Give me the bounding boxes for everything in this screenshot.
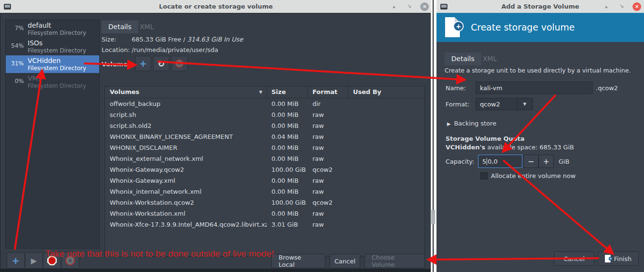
table-row[interactable]: Whonix-Gateway.xml0.00 MiBraw	[105, 175, 425, 186]
volume-format: qcow2	[308, 197, 348, 208]
volume-size: 0.00 MiB	[267, 186, 308, 197]
shade-icon[interactable]: ▴	[390, 2, 398, 11]
volume-size: 100.00 GiB	[267, 164, 308, 175]
delete-pool-icon: ×	[65, 256, 75, 265]
size-free: 685.33 GiB Free /	[132, 36, 185, 43]
volume-format: raw	[308, 142, 348, 153]
desktop: Locate or create storage volume ▴ ↘ × 7%…	[0, 0, 644, 272]
shade-icon[interactable]: ▴	[602, 2, 611, 11]
allocate-checkbox[interactable]	[480, 172, 488, 179]
capacity-value: 5	[482, 158, 486, 165]
capacity-input[interactable]: 50,0	[478, 155, 522, 168]
volume-format: raw	[308, 120, 348, 131]
volume-name: WHONIX_BINARY_LICENSE_AGREEMENT	[105, 131, 267, 142]
delete-volume-icon: ×	[175, 59, 184, 68]
volume-format: dir	[308, 98, 348, 109]
format-label: Format:	[446, 101, 469, 108]
table-row[interactable]: Whonix_external_network.xml0.00 MiBraw	[105, 153, 425, 164]
window-divider[interactable]: ⋮⋮	[431, 0, 436, 272]
app-icon	[440, 4, 447, 10]
window-locate-storage-volume: Locate or create storage volume ▴ ↘ × 7%…	[0, 0, 432, 272]
divider-grip-icon[interactable]: ⋮⋮	[431, 210, 435, 224]
left-titlebar[interactable]: Locate or create storage volume ▴ ↘ ×	[0, 0, 432, 13]
volume-name: Whonix-Workstation.qcow2	[105, 197, 267, 208]
pool-usage-percent: 7%	[6, 25, 24, 31]
table-row[interactable]: Whonix-Xfce-17.3.9.9.Intel_AMD64.qcow2.l…	[105, 219, 425, 230]
volume-size: 3.01 GiB	[267, 219, 308, 230]
size-label: Size:	[102, 36, 116, 43]
volume-name: Whonix-Gateway.xml	[105, 175, 267, 186]
start-pool-button[interactable]: ▶	[25, 252, 43, 269]
finish-button[interactable]: + Finish	[598, 251, 639, 266]
pool-item-vms[interactable]: 0%VMsFilesystem Directory	[6, 73, 99, 91]
col-header-used-by[interactable]: Used By	[348, 86, 425, 98]
volume-used-by	[348, 131, 425, 142]
tab-xml-left[interactable]: XML	[133, 21, 160, 33]
volumes-table-header[interactable]: Volumes ▼ Size Format Used By	[105, 86, 425, 98]
volume-format: raw	[308, 208, 348, 219]
table-row[interactable]: Whonix-Gateway.qcow2100.00 GiBqcow2	[105, 164, 425, 175]
chevron-down-icon[interactable]: ▼	[517, 98, 532, 110]
table-row[interactable]: script.sh.old20.00 MiBraw	[105, 120, 425, 131]
maximize-icon[interactable]: ↘	[617, 2, 626, 11]
table-row[interactable]: Whonix_internal_network.xml0.00 MiBraw	[105, 186, 425, 197]
capacity-increment-button[interactable]: +	[539, 155, 554, 168]
volume-used-by	[348, 197, 425, 208]
location-label: Location:	[102, 46, 130, 53]
volumes-section-label: Volumes	[102, 61, 131, 68]
volume-format: raw	[308, 175, 348, 186]
pool-type: Filesystem Directory	[28, 47, 86, 54]
choose-volume-button[interactable]: Choose Volume	[364, 254, 425, 268]
pool-type: Filesystem Directory	[28, 83, 86, 89]
add-pool-button[interactable]: +	[7, 252, 25, 269]
pool-usage-percent: 31%	[6, 60, 24, 67]
pool-item-vchidden[interactable]: 31%VCHiddenFilesystem Directory	[6, 55, 99, 73]
table-row[interactable]: WHONIX_BINARY_LICENSE_AGREEMENT0.04 MiBr…	[105, 131, 425, 142]
tab-xml-right[interactable]: XML	[476, 52, 503, 65]
volume-used-by	[348, 98, 425, 109]
new-document-icon: +	[445, 17, 460, 37]
sort-descending-icon: ▼	[259, 86, 262, 98]
pool-usage-percent: 0%	[6, 78, 24, 84]
right-titlebar[interactable]: Add a Storage Volume ▴ ↘ ×	[436, 0, 644, 13]
table-row[interactable]: WHONIX_DISCLAIMER0.00 MiBraw	[105, 142, 425, 153]
table-row[interactable]: offworld_backup0.00 MiBdir	[105, 98, 425, 109]
close-icon[interactable]: ×	[420, 2, 429, 11]
capacity-decrement-button[interactable]: −	[523, 155, 539, 168]
backing-store-expander[interactable]: ▶Backing store	[447, 120, 496, 127]
volume-used-by	[348, 186, 425, 197]
add-volume-button[interactable]: +	[135, 56, 151, 71]
pool-item-isos[interactable]: 54%ISOsFilesystem Directory	[6, 38, 99, 55]
name-suffix: .qcow2	[596, 84, 618, 92]
close-icon[interactable]: ×	[633, 2, 641, 11]
col-header-format[interactable]: Format	[308, 86, 348, 98]
volume-name: script.sh	[105, 109, 267, 120]
table-row[interactable]: Whonix-Workstation.qcow2100.00 GiBqcow2	[105, 197, 425, 208]
play-icon: ▶	[31, 256, 37, 265]
storage-pool-list[interactable]: 7%defaultFilesystem Directory54%ISOsFile…	[5, 20, 100, 249]
col-header-size[interactable]: Size	[267, 86, 308, 98]
volume-name: Whonix-Workstation.xml	[105, 208, 267, 219]
refresh-volumes-button[interactable]: ↻	[153, 56, 169, 71]
pool-item-default[interactable]: 7%defaultFilesystem Directory	[6, 20, 99, 38]
volume-size: 0.00 MiB	[267, 120, 308, 131]
volume-format: raw	[308, 153, 348, 164]
cancel-button-right[interactable]: Cancel	[554, 251, 594, 266]
stop-pool-button[interactable]	[43, 252, 61, 269]
browse-local-button[interactable]: Browse Local	[271, 254, 325, 268]
cancel-button-left[interactable]: Cancel	[330, 254, 360, 268]
col-header-volumes[interactable]: Volumes ▼	[105, 86, 267, 98]
volume-used-by	[348, 208, 425, 219]
format-select[interactable]: qcow2 ▼	[476, 98, 533, 110]
delete-pool-button[interactable]: ×	[61, 252, 79, 269]
table-row[interactable]: script.sh0.00 MiBraw	[105, 109, 425, 120]
create-volume-banner: + Create storage volume	[436, 13, 644, 42]
divider-line	[433, 0, 434, 272]
volume-name: Whonix-Gateway.qcow2	[105, 164, 267, 175]
table-row[interactable]: Whonix-Workstation.xml0.00 MiBraw	[105, 208, 425, 219]
volumes-table[interactable]: Volumes ▼ Size Format Used By offworld_b…	[104, 86, 425, 257]
maximize-icon[interactable]: ↘	[405, 2, 414, 11]
delete-volume-button[interactable]: ×	[171, 56, 187, 71]
name-input[interactable]: kali-vm	[476, 82, 592, 94]
quota-title: Storage Volume Quota	[446, 135, 524, 142]
